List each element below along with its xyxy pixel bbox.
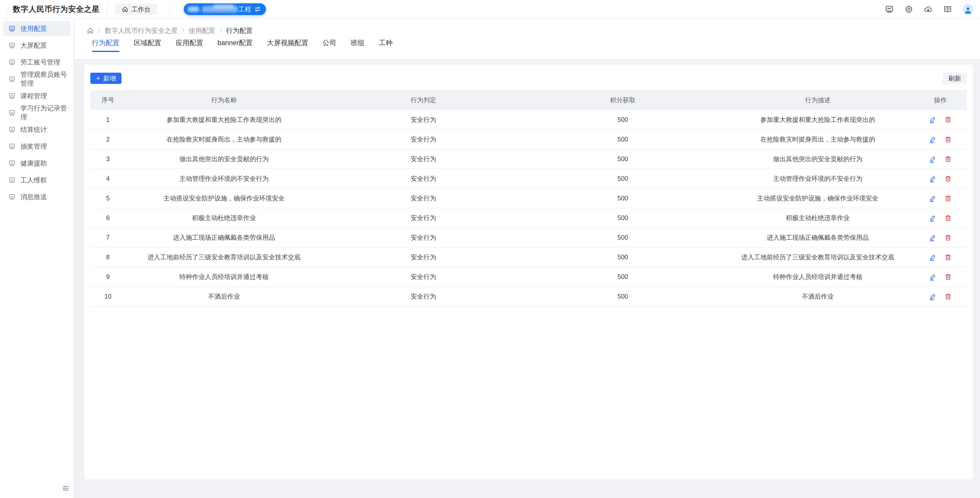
row-actions: [914, 155, 967, 163]
cell-index: 6: [90, 208, 125, 228]
sidebar-collapse-button[interactable]: [60, 483, 72, 494]
table-row: 5 主动搭设安全防护设施，确保作业环境安全 安全行为 500 主动搭设安全防护设…: [90, 189, 967, 208]
delete-icon[interactable]: [945, 155, 952, 163]
edit-icon[interactable]: [929, 195, 936, 202]
app-title: 数字人民币行为安全之星: [13, 4, 100, 14]
delete-icon[interactable]: [945, 116, 952, 123]
sidebar-item[interactable]: 结算统计: [3, 122, 70, 137]
add-button-label: 新增: [103, 74, 116, 82]
breadcrumb-item[interactable]: 数字人民币行为安全之星: [105, 26, 178, 35]
sidebar-item[interactable]: 管理观察员账号管理: [3, 71, 70, 87]
handbook-icon[interactable]: [943, 5, 952, 14]
row-actions: [914, 116, 967, 123]
tab[interactable]: 公司: [323, 38, 336, 52]
delete-icon[interactable]: [945, 234, 952, 241]
delete-icon[interactable]: [945, 214, 952, 222]
tab-label: 工种: [379, 39, 393, 47]
cell-score: 500: [524, 228, 721, 247]
cell-score: 500: [524, 267, 721, 287]
delete-icon[interactable]: [945, 195, 952, 202]
sidebar-item[interactable]: 抽奖管理: [3, 139, 70, 154]
screen-config-icon: [9, 193, 15, 200]
cell-behavior-desc: 主动搭设安全防护设施，确保作业环境安全: [721, 189, 914, 208]
screen-config-icon: [9, 59, 15, 65]
tab[interactable]: 行为配置: [92, 38, 119, 52]
table-row: 7 进入施工现场正确佩戴各类劳保用品 安全行为 500 进入施工现场正确佩戴各类…: [90, 228, 967, 247]
project-switcher-pill[interactable]: ， 工程: [184, 3, 266, 15]
sidebar-item[interactable]: 工人维权: [3, 172, 70, 188]
cell-score: 500: [524, 189, 721, 208]
cell-behavior-name: 主动管理作业环境的不安全行为: [125, 169, 323, 189]
tab[interactable]: banner配置: [218, 38, 253, 52]
edit-icon[interactable]: [929, 116, 936, 123]
sidebar-item-label: 学习行为记录管理: [21, 104, 70, 122]
row-actions: [914, 254, 967, 261]
table-toolbar: + 新增 刷新: [84, 65, 973, 90]
sidebar-item-label: 课程管理: [21, 92, 47, 100]
cell-behavior-judge: 安全行为: [323, 287, 524, 306]
edit-icon[interactable]: [929, 234, 936, 241]
tab[interactable]: 大屏视频配置: [267, 38, 308, 52]
sidebar-item[interactable]: 大屏配置: [3, 38, 70, 53]
tab-label: banner配置: [218, 39, 253, 47]
row-actions: [914, 273, 967, 281]
edit-icon[interactable]: [929, 136, 936, 143]
edit-icon[interactable]: [929, 155, 936, 163]
tab[interactable]: 班组: [351, 38, 364, 52]
breadcrumb-home-icon[interactable]: [87, 27, 94, 34]
edit-icon[interactable]: [929, 254, 936, 261]
screen-chart-icon[interactable]: [885, 5, 894, 14]
table-header-row: 序号 行为名称 行为判定 积分获取 行为描述 操作: [90, 90, 967, 110]
sidebar-item[interactable]: 劳工账号管理: [3, 55, 70, 70]
tab[interactable]: 区域配置: [134, 38, 161, 52]
tab[interactable]: 应用配置: [176, 38, 203, 52]
sidebar-item-label: 健康援助: [21, 159, 47, 168]
col-header-index: 序号: [90, 90, 125, 110]
delete-icon[interactable]: [945, 273, 952, 281]
edit-icon[interactable]: [929, 175, 936, 182]
plus-icon: +: [96, 75, 100, 82]
tab-label: 公司: [323, 39, 336, 47]
cell-behavior-name: 不酒后作业: [125, 287, 323, 306]
workbench-button[interactable]: 工作台: [115, 3, 157, 15]
cell-index: 7: [90, 228, 125, 247]
user-avatar[interactable]: [963, 4, 974, 14]
divider: [107, 5, 107, 13]
breadcrumb-item[interactable]: 使用配置: [189, 26, 215, 35]
edit-icon[interactable]: [929, 214, 936, 222]
screen-config-icon: [9, 76, 15, 82]
tab[interactable]: 工种: [379, 38, 393, 52]
settings-gear-icon[interactable]: [904, 5, 913, 14]
screen-config-icon: [9, 126, 15, 133]
cell-behavior-judge: 安全行为: [323, 130, 524, 149]
sidebar-item[interactable]: 消息推送: [3, 189, 70, 205]
cell-score: 500: [524, 287, 721, 306]
sidebar-nav: 使用配置 大屏配置 劳工账号管理 管理观察员账号管理 课程管理 学习行为记录管理…: [0, 19, 74, 498]
col-header-judge: 行为判定: [323, 90, 524, 110]
sidebar-item[interactable]: 健康援助: [3, 155, 70, 171]
breadcrumb-tabs-strip: / 数字人民币行为安全之星 / 使用配置 / 行为配置 行为配置区域配置应用配置…: [75, 19, 980, 60]
row-actions: [914, 195, 967, 202]
tab-label: 班组: [351, 39, 364, 47]
tab-label: 大屏视频配置: [267, 39, 308, 47]
cloud-download-icon[interactable]: [924, 5, 932, 14]
delete-icon[interactable]: [945, 254, 952, 261]
screen-config-icon: [9, 25, 15, 32]
sidebar-item[interactable]: 学习行为记录管理: [3, 105, 70, 121]
home-icon: [122, 6, 128, 13]
sidebar-item[interactable]: 课程管理: [3, 88, 70, 103]
breadcrumb-separator: /: [99, 27, 100, 34]
delete-icon[interactable]: [945, 293, 952, 300]
delete-icon[interactable]: [945, 175, 952, 182]
add-button[interactable]: + 新增: [90, 73, 121, 84]
edit-icon[interactable]: [929, 293, 936, 300]
screen-config-icon: [9, 143, 15, 150]
edit-icon[interactable]: [929, 273, 936, 281]
delete-icon[interactable]: [945, 136, 952, 143]
sidebar-item-label: 劳工账号管理: [21, 58, 60, 67]
refresh-button[interactable]: 刷新: [943, 73, 967, 84]
redacted-text: [213, 4, 234, 8]
cell-behavior-judge: 安全行为: [323, 247, 524, 267]
sidebar-item[interactable]: 使用配置: [3, 21, 70, 36]
cell-score: 500: [524, 110, 721, 130]
